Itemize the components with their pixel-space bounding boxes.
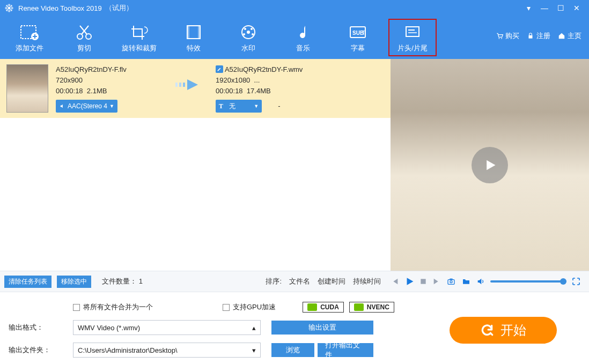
tool-music[interactable]: 音乐 [279,19,327,56]
subtitle-dropdown[interactable]: T 无▼ [216,100,262,113]
dest-size: 17.4MB [247,87,271,95]
cuda-badge[interactable]: CUDA [303,302,344,313]
source-duration: 00:00:18 [56,87,83,95]
edit-icon[interactable] [216,65,223,73]
play-button[interactable] [404,277,414,286]
fullscreen-button[interactable] [572,277,580,286]
dest-resolution: 1920x1080 [216,76,250,84]
output-settings-button[interactable]: 输出设置 [271,321,373,335]
minimize-button[interactable]: — [536,4,553,12]
refresh-icon [480,323,494,337]
source-info: A52IuQRyR2tnDY-F.flv 720x900 00:00:18 2.… [56,64,163,113]
tool-effects[interactable]: 特效 [170,19,218,56]
clear-list-button[interactable]: 清除任务列表 [4,276,51,288]
tool-label: 片头/片尾 [397,43,428,53]
sort-by-created[interactable]: 创建时间 [318,277,345,286]
gpu-checkbox[interactable]: 支持GPU加速 [223,302,276,312]
dest-filename: A52IuQRyR2tnDY-F.wmv [225,65,303,73]
dir-label: 输出文件夹： [9,345,73,355]
nvidia-icon [307,303,317,311]
next-button[interactable] [432,277,441,286]
watermark-icon [239,22,258,42]
sort-group: 排序: 文件名 创建时间 持续时间 [266,277,381,286]
volume-slider[interactable] [490,280,566,283]
tool-label: 水印 [241,43,255,53]
tool-subtitle[interactable]: SUBT 字幕 [334,19,382,56]
title-card-icon [403,22,422,42]
chevron-up-icon: ▴ [252,324,256,332]
start-button[interactable]: 开始 [450,317,557,344]
maximize-button[interactable]: ☐ [553,4,569,12]
tool-label: 旋转和裁剪 [122,43,157,53]
subtitle-icon: SUBT [348,22,367,42]
playback-controls [386,277,585,286]
chevron-down-icon: ▾ [252,346,256,354]
sort-by-duration[interactable]: 持续时间 [353,277,381,286]
buy-link[interactable]: 购买 [496,31,519,41]
play-icon [482,158,497,173]
svg-rect-28 [421,279,425,284]
nvenc-badge[interactable]: NVENC [349,302,394,313]
preview-panel [391,59,589,271]
video-preview[interactable] [391,59,589,271]
tool-label: 字幕 [351,43,365,53]
title-bar: Renee Video Toolbox 2019 （试用） ▾ — ☐ ✕ [0,0,589,16]
convert-arrow-icon [171,77,208,92]
dir-select[interactable]: C:\Users\Administrator\Desktop\▾ [73,343,261,358]
open-folder-button[interactable] [461,277,471,286]
svg-rect-8 [198,26,200,39]
format-select[interactable]: WMV Video (*.wmv)▴ [73,320,261,335]
svg-point-1 [8,7,11,10]
speaker-icon [59,103,65,109]
close-button[interactable]: ✕ [569,4,585,12]
svg-text:T: T [362,30,365,36]
svg-point-30 [450,281,452,283]
merge-checkbox[interactable]: 将所有文件合并为一个 [73,302,153,312]
audio-dropdown[interactable]: AAC(Stereo 4▼ [56,100,117,113]
nvidia-icon [354,303,364,311]
source-filename: A52IuQRyR2tnDY-F.flv [56,64,163,75]
remove-selected-button[interactable]: 移除选中 [57,276,91,288]
cart-icon [496,32,503,40]
svg-point-10 [247,31,250,34]
dest-dash: - [278,101,280,112]
prev-button[interactable] [391,277,399,286]
tool-rotate-crop[interactable]: 旋转和裁剪 [115,19,163,56]
settings-panel: 将所有文件合并为一个 支持GPU加速 CUDA NVENC 输出格式： WMV … [0,292,589,364]
svg-point-11 [244,28,246,30]
tool-label: 特效 [187,43,201,53]
add-file-icon [20,22,39,42]
tool-watermark[interactable]: 水印 [224,19,273,56]
file-count-value: 1 [139,277,143,285]
svg-rect-24 [175,83,178,87]
file-row[interactable]: A52IuQRyR2tnDY-F.flv 720x900 00:00:18 2.… [0,59,391,118]
trial-label: （试用） [105,3,133,13]
snapshot-button[interactable] [446,277,456,286]
app-title: Renee Video Toolbox 2019 [18,4,102,12]
browse-button[interactable]: 浏览 [271,343,314,357]
svg-rect-7 [187,26,189,39]
tool-cut[interactable]: 剪切 [60,19,108,56]
play-overlay-button[interactable] [472,147,508,183]
volume-button[interactable] [476,277,485,286]
tool-add-file[interactable]: 添加文件 [5,19,54,56]
dropdown-icon[interactable]: ▾ [520,4,536,12]
register-link[interactable]: 注册 [527,31,550,41]
tool-label: 添加文件 [16,43,43,53]
file-list: A52IuQRyR2tnDY-F.flv 720x900 00:00:18 2.… [0,59,391,271]
dest-duration: 00:00:18 [216,87,243,95]
sort-by-name[interactable]: 文件名 [289,277,310,286]
svg-point-5 [86,34,91,39]
home-link[interactable]: 主页 [558,31,581,41]
tool-intro-outro[interactable]: 片头/片尾 [388,19,437,56]
home-icon [558,32,565,40]
svg-point-4 [77,34,83,39]
sort-label: 排序: [266,277,282,286]
svg-rect-29 [448,280,454,285]
dest-ellipsis: ... [254,76,260,84]
svg-point-22 [501,38,502,39]
dest-info: A52IuQRyR2tnDY-F.wmv 1920x1080 ... 00:00… [216,64,323,113]
stop-button[interactable] [419,278,427,285]
source-size: 2.1MB [87,87,107,95]
open-output-button[interactable]: 打开输出文件 [318,343,373,357]
